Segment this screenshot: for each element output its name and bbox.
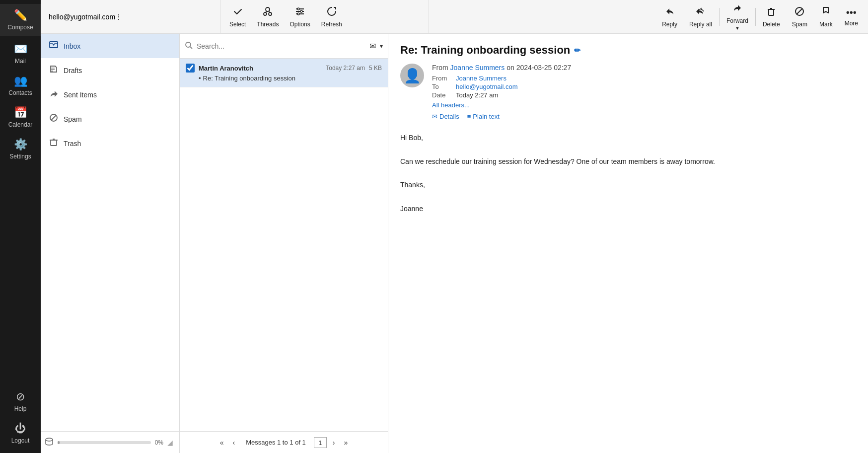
refresh-button[interactable]: Refresh <box>316 3 347 31</box>
edit-icon[interactable]: ✏ <box>574 46 580 55</box>
email-to-row: To hello@yugotmail.com <box>432 83 856 90</box>
plain-text-label: Plain text <box>473 113 499 120</box>
inbox-icon <box>49 40 59 52</box>
message-size: 5 KB <box>369 65 382 72</box>
delete-icon <box>766 6 777 19</box>
folder-panel: Inbox Drafts <box>41 34 180 453</box>
last-page-button[interactable]: » <box>341 438 351 448</box>
svg-line-3 <box>266 11 267 12</box>
reply-all-button[interactable]: Reply all <box>683 2 718 32</box>
sidebar-item-compose[interactable]: ✏️ Compose <box>0 4 41 36</box>
first-page-button[interactable]: « <box>217 438 227 448</box>
email-title: Re: Training onboarding session ✏ <box>400 44 856 57</box>
select-button[interactable]: Select <box>224 3 251 31</box>
contacts-icon: 👥 <box>14 75 27 87</box>
email-body-main: Can we reschedule our training session f… <box>400 156 856 168</box>
more-icon: ••• <box>846 7 857 18</box>
message-list-panel: ✉ ▾ Martin Aranovitch Today 2:27 am 5 KB… <box>180 34 388 453</box>
details-label: Details <box>439 113 459 120</box>
sender-name-link[interactable]: Joanne Summers <box>450 64 505 72</box>
delete-label: Delete <box>763 21 780 28</box>
folder-item-spam[interactable]: Spam <box>41 107 179 131</box>
resize-handle[interactable]: ◢ <box>167 439 175 447</box>
from-label: From <box>432 75 452 82</box>
message-subject: •Re: Training onboarding session <box>186 75 382 82</box>
forward-dropdown-icon: ▼ <box>735 26 739 31</box>
reply-label: Reply <box>662 21 677 28</box>
spam-button[interactable]: Spam <box>786 2 813 32</box>
main: hello@yugotmail.com ⋮ Select <box>41 0 868 453</box>
avatar-person-icon: 👤 <box>404 68 421 84</box>
search-icon <box>185 41 193 51</box>
date-value: Today 2:27 am <box>456 91 498 99</box>
svg-point-0 <box>266 7 270 11</box>
calendar-icon: 📅 <box>14 106 27 119</box>
folder-item-trash[interactable]: Trash <box>41 131 179 155</box>
sidebar-item-mail[interactable]: ✉️ Mail <box>0 38 41 70</box>
message-sender: Martin Aranovitch <box>199 65 322 72</box>
svg-point-10 <box>297 13 299 15</box>
trash-icon <box>49 137 59 150</box>
email-from-header-line: From Joanne Summers on 2024-03-25 02:27 <box>432 64 856 72</box>
sent-icon <box>49 88 59 101</box>
drafts-label: Drafts <box>64 67 82 75</box>
spam-folder-icon <box>49 113 59 125</box>
svg-rect-11 <box>769 9 774 15</box>
table-row[interactable]: Martin Aranovitch Today 2:27 am 5 KB •Re… <box>180 59 388 87</box>
mail-label: Mail <box>15 58 26 65</box>
delete-button[interactable]: Delete <box>757 2 786 32</box>
details-link[interactable]: ✉ Details <box>432 113 459 120</box>
help-label: Help <box>14 405 27 412</box>
compose-icon: ✏️ <box>14 9 27 22</box>
settings-label: Settings <box>9 153 31 160</box>
forward-icon <box>732 2 743 16</box>
sidebar-item-contacts[interactable]: 👥 Contacts <box>0 70 41 101</box>
trash-label: Trash <box>64 140 81 148</box>
email-body-thanks: Thanks, <box>400 179 856 191</box>
sidebar-item-help[interactable]: ⊘ Help <box>0 385 41 417</box>
details-envelope-icon: ✉ <box>432 113 437 120</box>
envelope-filter-icon[interactable]: ✉ <box>369 41 376 51</box>
more-button[interactable]: ••• More <box>839 3 864 31</box>
mark-button[interactable]: Mark <box>813 2 839 32</box>
next-page-button[interactable]: › <box>330 438 338 448</box>
sidebar-item-logout[interactable]: ⏻ Logout <box>0 417 41 449</box>
sidebar: ✏️ Compose ✉️ Mail 👥 Contacts 📅 Calendar… <box>0 0 41 453</box>
folder-item-inbox[interactable]: Inbox <box>41 34 179 58</box>
pagination-bar: « ‹ Messages 1 to 1 of 1 1 › » <box>180 431 388 453</box>
to-email-link[interactable]: hello@yugotmail.com <box>456 83 517 90</box>
content-row: Inbox Drafts <box>41 34 868 453</box>
svg-point-25 <box>46 438 53 441</box>
sidebar-item-calendar[interactable]: 📅 Calendar <box>0 101 41 133</box>
email-fields: From Joanne Summers To hello@yugotmail.c… <box>432 75 856 99</box>
folder-item-sent[interactable]: Sent Items <box>41 82 179 107</box>
prev-page-button[interactable]: ‹ <box>229 438 238 448</box>
email-body-signature: Joanne <box>400 203 856 215</box>
account-more-button[interactable]: ⋮ <box>115 13 122 21</box>
options-button[interactable]: Options <box>285 3 315 31</box>
reply-button[interactable]: Reply <box>656 2 683 32</box>
plain-text-link[interactable]: ≡ Plain text <box>467 113 500 120</box>
search-dropdown-icon[interactable]: ▾ <box>380 43 383 50</box>
sent-label: Sent Items <box>64 91 97 99</box>
inbox-label: Inbox <box>64 42 80 50</box>
date-label: Date <box>432 91 452 99</box>
help-icon: ⊘ <box>16 390 25 403</box>
from-email-link[interactable]: Joanne Summers <box>456 75 506 82</box>
search-input[interactable] <box>197 42 365 50</box>
svg-point-1 <box>264 12 267 15</box>
svg-point-26 <box>186 42 191 47</box>
search-bar: ✉ ▾ <box>180 34 388 59</box>
email-subject-heading: Re: Training onboarding session <box>400 44 570 57</box>
plain-text-lines-icon: ≡ <box>467 113 471 120</box>
message-date: Today 2:27 am <box>326 65 365 72</box>
threads-button[interactable]: Threads <box>252 3 284 31</box>
svg-line-21 <box>51 115 56 120</box>
forward-button[interactable]: Forward ▼ <box>721 0 754 35</box>
settings-icon: ⚙️ <box>14 138 27 151</box>
folder-item-drafts[interactable]: Drafts <box>41 58 179 82</box>
message-checkbox[interactable] <box>186 64 195 73</box>
all-headers-link[interactable]: All headers... <box>432 101 470 109</box>
svg-line-27 <box>190 47 192 49</box>
sidebar-item-settings[interactable]: ⚙️ Settings <box>0 133 41 165</box>
